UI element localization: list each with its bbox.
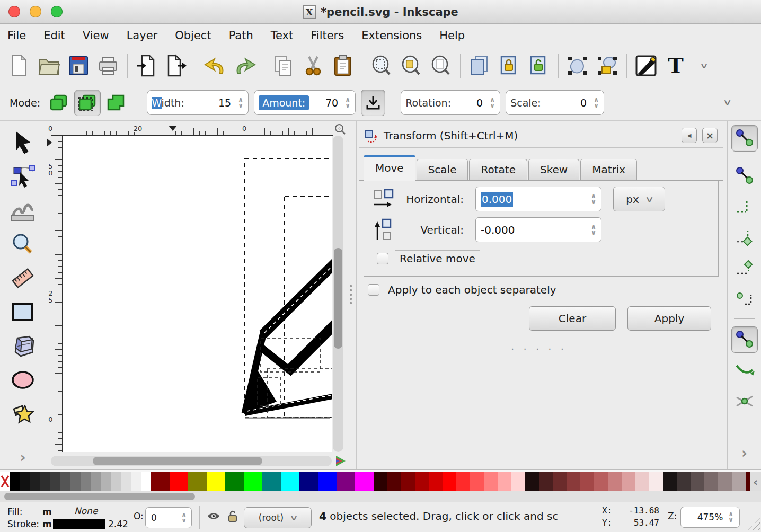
- cut-button[interactable]: [302, 53, 325, 78]
- layer-visibility-eye-icon[interactable]: [207, 511, 220, 521]
- palette-swatch[interactable]: [81, 472, 91, 491]
- object-edit-button[interactable]: [566, 53, 589, 78]
- palette-swatch[interactable]: [622, 472, 635, 491]
- tab-skew[interactable]: Skew: [528, 159, 579, 180]
- menu-extensions[interactable]: Extensions: [361, 29, 422, 42]
- horizontal-scrollbar-thumb[interactable]: [93, 457, 262, 465]
- palette-swatch[interactable]: [718, 472, 732, 491]
- palette-swatch[interactable]: [244, 472, 262, 491]
- palette-scrollbar-thumb[interactable]: [4, 493, 195, 500]
- zoom-spinbox[interactable]: 475% ∧∨: [680, 507, 740, 528]
- palette-swatch[interactable]: [225, 472, 244, 491]
- palette-swatch[interactable]: [337, 472, 355, 491]
- palette-swatch[interactable]: [188, 472, 207, 491]
- fill-stroke-dialog-button[interactable]: [634, 53, 658, 78]
- duplicate-button[interactable]: [468, 53, 491, 78]
- horizontal-ruler[interactable]: [51, 124, 333, 136]
- dialog-close-button[interactable]: ×: [702, 128, 718, 143]
- selector-tool[interactable]: [10, 129, 36, 156]
- toolbar-overflow-chevron-icon[interactable]: ∨: [700, 61, 709, 70]
- undo-button[interactable]: [203, 53, 227, 78]
- palette-swatch[interactable]: [567, 472, 580, 491]
- snap-bbox-corners-toggle[interactable]: [731, 224, 758, 251]
- palette-swatch[interactable]: [355, 472, 374, 491]
- unlink-clone-button[interactable]: [527, 53, 551, 78]
- palette-swatch[interactable]: [401, 472, 415, 491]
- palette-swatch[interactable]: [415, 472, 429, 491]
- palette-scroll-left-chevron[interactable]: ‹: [750, 472, 761, 491]
- apply-each-checkbox[interactable]: [368, 284, 379, 296]
- tab-rotate[interactable]: Rotate: [469, 159, 527, 180]
- rotation-spinner-arrows[interactable]: ∧∨: [485, 91, 500, 114]
- palette-swatch[interactable]: [60, 472, 70, 491]
- palette-swatch[interactable]: [111, 472, 121, 491]
- palette-swatch[interactable]: [91, 472, 101, 491]
- vertical-scrollbar-thumb[interactable]: [334, 248, 342, 349]
- palette-swatch[interactable]: [101, 472, 111, 491]
- ruler-corner-magnifier-icon[interactable]: [334, 123, 347, 136]
- panel-resize-handle[interactable]: [350, 285, 352, 304]
- box3d-tool[interactable]: [10, 333, 36, 359]
- zoom-spinner-arrows[interactable]: ∧∨: [723, 507, 738, 527]
- palette-swatch[interactable]: [262, 472, 281, 491]
- palette-swatch[interactable]: [151, 472, 170, 491]
- menu-file[interactable]: File: [7, 29, 26, 42]
- options-overflow-chevron-icon[interactable]: ∨: [723, 97, 732, 107]
- palette-swatch[interactable]: [635, 472, 649, 491]
- node-tool[interactable]: [10, 163, 36, 190]
- width-spinner-arrows[interactable]: ∧∨: [233, 91, 248, 114]
- palette-swatch-none[interactable]: [0, 472, 10, 491]
- palette-swatch[interactable]: [732, 472, 746, 491]
- menu-filters[interactable]: Filters: [311, 29, 344, 42]
- zoom-page-button[interactable]: [429, 53, 453, 78]
- snap-edge-midpoints-toggle[interactable]: [731, 255, 758, 281]
- palette-swatch[interactable]: [511, 472, 525, 491]
- fill-value[interactable]: None: [74, 506, 98, 516]
- snap-paths-toggle[interactable]: [731, 357, 758, 384]
- import-button[interactable]: [135, 53, 158, 78]
- paste-button[interactable]: [331, 53, 355, 78]
- palette-swatch[interactable]: [299, 472, 318, 491]
- palette-swatch[interactable]: [608, 472, 622, 491]
- palette-scrollbar[interactable]: [0, 491, 761, 502]
- palette-swatch[interactable]: [443, 472, 456, 491]
- palette-swatch[interactable]: [429, 472, 443, 491]
- spray-mode-copy-button[interactable]: [46, 90, 72, 116]
- palette-swatch[interactable]: [498, 472, 511, 491]
- export-button[interactable]: [165, 53, 188, 78]
- menu-layer[interactable]: Layer: [127, 29, 158, 42]
- rectangle-tool[interactable]: [10, 299, 36, 325]
- snap-bbox-edges-toggle[interactable]: [731, 193, 758, 220]
- menu-object[interactable]: Object: [175, 29, 211, 42]
- vertical-spinner-arrows[interactable]: ∧∨: [586, 218, 601, 242]
- print-button[interactable]: [96, 53, 120, 78]
- menu-edit[interactable]: Edit: [43, 29, 65, 42]
- create-clone-button[interactable]: [498, 53, 521, 78]
- menu-help[interactable]: Help: [439, 29, 465, 42]
- palette-swatch[interactable]: [50, 472, 60, 491]
- menu-path[interactable]: Path: [229, 29, 253, 42]
- spray-mode-union-button[interactable]: [103, 90, 129, 116]
- palette-swatch[interactable]: [318, 472, 337, 491]
- ellipse-tool[interactable]: [10, 367, 36, 393]
- menu-view[interactable]: View: [83, 29, 109, 42]
- palette-swatch[interactable]: [553, 472, 567, 491]
- palette-swatch[interactable]: [470, 472, 484, 491]
- scale-spinner-arrows[interactable]: ∧∨: [589, 91, 604, 114]
- measure-tool[interactable]: [10, 265, 36, 291]
- palette-swatch[interactable]: [40, 472, 50, 491]
- zoom-selection-button[interactable]: [370, 53, 393, 78]
- horizontal-spinner-arrows[interactable]: ∧∨: [586, 187, 601, 211]
- palette-swatch[interactable]: [374, 472, 387, 491]
- snapbar-expander-chevron[interactable]: ›: [741, 445, 747, 461]
- tab-scale[interactable]: Scale: [417, 159, 468, 180]
- scale-spinbox[interactable]: Scale: 0 ∧∨: [506, 90, 604, 115]
- palette-swatch[interactable]: [594, 472, 608, 491]
- snap-bbox-centers-toggle[interactable]: [731, 286, 758, 312]
- rotation-spinbox[interactable]: Rotation: 0 ∧∨: [401, 90, 500, 115]
- palette-swatch[interactable]: [691, 472, 704, 491]
- open-document-button[interactable]: [37, 53, 60, 78]
- palette-swatch[interactable]: [20, 472, 30, 491]
- tweak-tool[interactable]: [10, 197, 36, 224]
- current-layer-dropdown[interactable]: (root) ∨: [244, 507, 312, 528]
